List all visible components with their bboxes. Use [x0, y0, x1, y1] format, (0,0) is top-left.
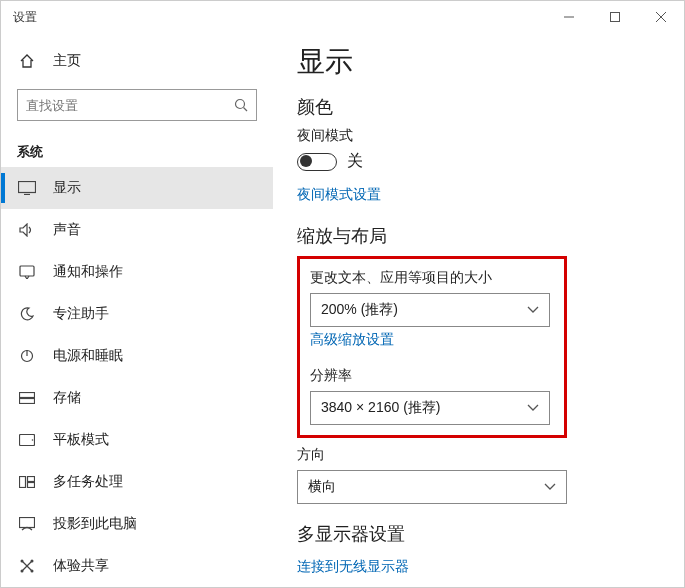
sidebar-item-label: 体验共享 [53, 557, 109, 575]
night-mode-state: 关 [347, 151, 363, 172]
section-header-system: 系统 [1, 133, 273, 167]
orientation-dropdown[interactable]: 横向 [297, 470, 567, 504]
maximize-button[interactable] [592, 1, 638, 33]
night-mode-label: 夜间模式 [297, 127, 660, 145]
main-panel: 显示 颜色 夜间模式 关 夜间模式设置 缩放与布局 更改文本、应用等项目的大小 … [273, 33, 684, 587]
sidebar-item-shared[interactable]: 体验共享 [1, 545, 273, 587]
multitask-icon [17, 476, 37, 488]
sidebar-item-label: 显示 [53, 179, 81, 197]
close-button[interactable] [638, 1, 684, 33]
page-title: 显示 [297, 43, 660, 81]
sidebar-item-label: 声音 [53, 221, 81, 239]
sidebar-item-label: 存储 [53, 389, 81, 407]
resolution-label: 分辨率 [310, 367, 554, 385]
svg-rect-8 [20, 266, 34, 276]
sidebar-item-focus[interactable]: 专注助手 [1, 293, 273, 335]
window-title: 设置 [13, 9, 546, 26]
night-mode-toggle[interactable] [297, 153, 337, 171]
sidebar-item-sound[interactable]: 声音 [1, 209, 273, 251]
svg-rect-12 [20, 399, 35, 404]
sidebar-item-notifications[interactable]: 通知和操作 [1, 251, 273, 293]
resolution-value: 3840 × 2160 (推荐) [321, 399, 440, 417]
section-multi-heading: 多显示器设置 [297, 522, 660, 546]
chevron-down-icon [527, 306, 539, 314]
moon-icon [17, 307, 37, 321]
sidebar: 主页 系统 显示 声音 通知和操作 [1, 33, 273, 587]
scale-label: 更改文本、应用等项目的大小 [310, 269, 554, 287]
svg-point-21 [21, 560, 24, 563]
settings-window: 设置 主页 [0, 0, 685, 588]
svg-point-14 [32, 439, 34, 441]
chevron-down-icon [527, 404, 539, 412]
content-area: 主页 系统 显示 声音 通知和操作 [1, 33, 684, 587]
sidebar-item-label: 投影到此电脑 [53, 515, 137, 533]
night-mode-row: 关 [297, 151, 660, 172]
wireless-display-link[interactable]: 连接到无线显示器 [297, 558, 409, 576]
titlebar: 设置 [1, 1, 684, 33]
svg-rect-18 [20, 518, 35, 528]
highlight-box: 更改文本、应用等项目的大小 200% (推荐) 高级缩放设置 分辨率 3840 … [297, 256, 567, 438]
svg-point-23 [21, 570, 24, 573]
section-color-heading: 颜色 [297, 95, 660, 119]
sidebar-item-tablet[interactable]: 平板模式 [1, 419, 273, 461]
sidebar-item-power[interactable]: 电源和睡眠 [1, 335, 273, 377]
advanced-scale-link[interactable]: 高级缩放设置 [310, 331, 394, 349]
projecting-icon [17, 517, 37, 531]
toggle-knob [300, 155, 312, 167]
orientation-value: 横向 [308, 478, 336, 496]
sidebar-item-label: 平板模式 [53, 431, 109, 449]
resolution-dropdown[interactable]: 3840 × 2160 (推荐) [310, 391, 550, 425]
power-icon [17, 349, 37, 363]
sidebar-item-label: 多任务处理 [53, 473, 123, 491]
sidebar-item-storage[interactable]: 存储 [1, 377, 273, 419]
sidebar-item-label: 通知和操作 [53, 263, 123, 281]
svg-line-5 [244, 108, 248, 112]
svg-point-4 [236, 100, 245, 109]
chevron-down-icon [544, 483, 556, 491]
tablet-icon [17, 434, 37, 446]
svg-rect-1 [611, 13, 620, 22]
night-mode-settings-link[interactable]: 夜间模式设置 [297, 186, 381, 204]
search-wrap [1, 81, 273, 133]
svg-rect-6 [19, 182, 36, 193]
home-label: 主页 [53, 52, 81, 70]
sound-icon [17, 223, 37, 237]
display-icon [17, 181, 37, 195]
scale-dropdown[interactable]: 200% (推荐) [310, 293, 550, 327]
notifications-icon [17, 265, 37, 279]
svg-point-22 [31, 560, 34, 563]
search-icon [234, 98, 248, 112]
svg-rect-17 [28, 483, 35, 488]
sidebar-item-label: 专注助手 [53, 305, 109, 323]
search-input[interactable] [26, 98, 234, 113]
storage-icon [17, 392, 37, 404]
shared-icon [17, 559, 37, 573]
svg-rect-11 [20, 393, 35, 398]
sidebar-item-label: 电源和睡眠 [53, 347, 123, 365]
orientation-label: 方向 [297, 446, 660, 464]
sidebar-item-projecting[interactable]: 投影到此电脑 [1, 503, 273, 545]
svg-rect-16 [28, 477, 35, 482]
home-button[interactable]: 主页 [1, 41, 273, 81]
scale-value: 200% (推荐) [321, 301, 398, 319]
section-scale-heading: 缩放与布局 [297, 224, 660, 248]
svg-point-24 [31, 570, 34, 573]
minimize-button[interactable] [546, 1, 592, 33]
search-box[interactable] [17, 89, 257, 121]
svg-rect-15 [20, 477, 26, 488]
home-icon [17, 53, 37, 69]
sidebar-item-multitask[interactable]: 多任务处理 [1, 461, 273, 503]
sidebar-item-display[interactable]: 显示 [1, 167, 273, 209]
